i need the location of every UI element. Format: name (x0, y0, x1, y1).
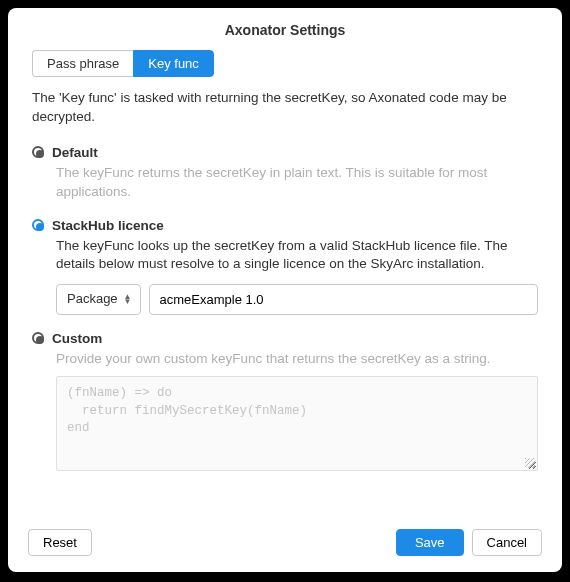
stackhub-field-row: Package ▲▼ (56, 284, 538, 314)
dialog-title: Axonator Settings (8, 8, 562, 50)
tab-pass-phrase[interactable]: Pass phrase (32, 50, 133, 77)
package-input[interactable] (149, 284, 538, 314)
radio-stackhub[interactable] (32, 219, 44, 231)
save-button[interactable]: Save (396, 529, 464, 556)
custom-code-textarea[interactable]: (fnName) => do return findMySecretKey(fn… (56, 376, 538, 471)
option-stackhub: StackHub licence The keyFunc looks up th… (32, 218, 538, 315)
radio-custom[interactable] (32, 332, 44, 344)
option-default-label: Default (52, 145, 98, 160)
package-select-label: Package (67, 290, 118, 308)
package-select[interactable]: Package ▲▼ (56, 284, 141, 314)
option-default-desc: The keyFunc returns the secretKey in pla… (56, 164, 538, 202)
option-stackhub-head[interactable]: StackHub licence (32, 218, 538, 233)
option-stackhub-desc: The keyFunc looks up the secretKey from … (56, 237, 538, 275)
option-stackhub-body: The keyFunc looks up the secretKey from … (56, 237, 538, 315)
option-custom-desc: Provide your own custom keyFunc that ret… (56, 350, 538, 369)
tab-bar: Pass phrase Key func (32, 50, 538, 77)
settings-dialog: Axonator Settings Pass phrase Key func T… (8, 8, 562, 572)
option-custom-head[interactable]: Custom (32, 331, 538, 346)
select-stepper-icon: ▲▼ (124, 294, 132, 304)
tab-description: The 'Key func' is tasked with returning … (32, 89, 538, 127)
option-custom-label: Custom (52, 331, 102, 346)
option-stackhub-label: StackHub licence (52, 218, 164, 233)
dialog-footer: Reset Save Cancel (8, 517, 562, 572)
dialog-content: Pass phrase Key func The 'Key func' is t… (8, 50, 562, 517)
tab-key-func[interactable]: Key func (133, 50, 214, 77)
option-default-head[interactable]: Default (32, 145, 538, 160)
radio-default[interactable] (32, 146, 44, 158)
option-default: Default The keyFunc returns the secretKe… (32, 145, 538, 202)
option-custom-body: Provide your own custom keyFunc that ret… (56, 350, 538, 472)
cancel-button[interactable]: Cancel (472, 529, 542, 556)
option-custom: Custom Provide your own custom keyFunc t… (32, 331, 538, 472)
reset-button[interactable]: Reset (28, 529, 92, 556)
